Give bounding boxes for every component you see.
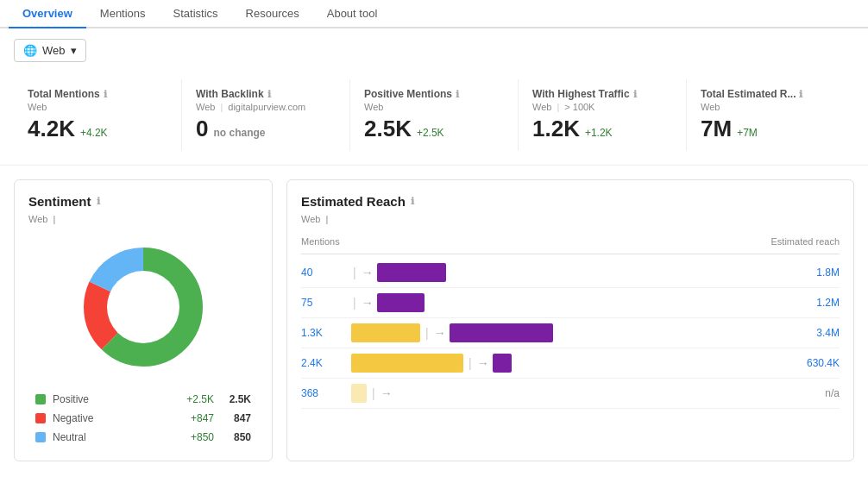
reach-sublabel: Web (301, 214, 320, 224)
bar-divider-3: | (424, 326, 431, 340)
positive-change: +2.5K (175, 393, 214, 405)
stat-estimated-reach: Total Estimated R... ℹ Web 7M +7M (687, 79, 854, 151)
stat-sub1-backlink: Web (196, 102, 215, 112)
negative-dot (35, 413, 46, 423)
reach-bar-area-5: | → (351, 384, 772, 403)
bar-divider-5: | (370, 386, 377, 400)
neutral-change: +850 (175, 431, 214, 443)
sentiment-legend: Positive +2.5K 2.5K Negative +847 847 Ne… (28, 390, 258, 447)
estimated-reach-card: Estimated Reach ℹ Web | Mentions Estimat… (286, 179, 854, 461)
info-icon-traffic[interactable]: ℹ (633, 89, 637, 100)
info-icon-backlink[interactable]: ℹ (267, 89, 271, 100)
info-icon-sentiment[interactable]: ℹ (97, 196, 100, 207)
col-mentions-header: Mentions (301, 236, 340, 247)
stat-value-total-mentions: 4.2K (28, 116, 75, 142)
arrow-1: → (362, 266, 374, 279)
charts-row: Sentiment ℹ Web | Positive +2.5 (0, 166, 868, 475)
arrow-3: → (434, 326, 446, 340)
reach-value-1: 1.8M (779, 266, 840, 279)
stat-sub2-traffic: > 100K (564, 102, 594, 112)
bar-divider-4: | (467, 356, 474, 370)
arrow-5: → (381, 386, 393, 400)
arrow-4: → (477, 356, 489, 370)
info-icon-est-reach[interactable]: ℹ (799, 89, 802, 100)
positive-value: 2.5K (221, 393, 251, 405)
stat-sub-est-reach: Web (701, 102, 720, 112)
tab-about[interactable]: About tool (313, 0, 392, 28)
legend-item-neutral: Neutral +850 850 (28, 428, 258, 447)
stat-value-positive: 2.5K (364, 116, 412, 142)
filter-label: Web (42, 44, 66, 57)
stat-sub1-traffic: Web (532, 102, 551, 112)
reach-row-1: 40 | → 1.8M (301, 258, 840, 288)
reach-row-4: 2.4K | → 630.4K (301, 348, 840, 379)
legend-item-negative: Negative +847 847 (28, 409, 258, 428)
stat-label-traffic: With Highest Traffic (532, 88, 630, 100)
globe-icon: 🌐 (23, 44, 37, 57)
tab-statistics[interactable]: Statistics (160, 0, 232, 28)
web-filter-button[interactable]: 🌐 Web ▾ (14, 39, 86, 62)
stat-positive-mentions: Positive Mentions ℹ Web 2.5K +2.5K (350, 79, 519, 151)
info-icon-positive[interactable]: ℹ (456, 89, 459, 100)
positive-label: Positive (53, 393, 168, 405)
tabs-container: Overview Mentions Statistics Resources A… (0, 0, 868, 28)
stat-change-est-reach: +7M (737, 127, 758, 139)
bar-divider-1: | (351, 266, 358, 279)
stat-change-positive: +2.5K (417, 127, 444, 139)
positive-dot (35, 394, 46, 404)
bar-purple-3 (450, 323, 553, 342)
reach-purple-area-4 (493, 354, 631, 373)
reach-bar-area-1: | → (351, 263, 772, 282)
stat-highest-traffic: With Highest Traffic ℹ Web | > 100K 1.2K… (519, 79, 687, 151)
tab-resources[interactable]: Resources (232, 0, 313, 28)
negative-label: Negative (53, 412, 168, 424)
reach-row-2: 75 | → 1.2M (301, 288, 840, 318)
legend-item-positive: Positive +2.5K 2.5K (28, 390, 258, 409)
col-reach-header: Estimated reach (771, 236, 840, 247)
reach-row-3: 1.3K | → 3.4M (301, 318, 840, 348)
stat-value-traffic: 1.2K (532, 116, 580, 142)
info-icon-total-mentions[interactable]: ℹ (104, 89, 107, 100)
bar-divider-2: | (351, 296, 358, 310)
donut-chart-container (28, 238, 258, 376)
stat-label-positive: Positive Mentions (364, 88, 452, 100)
reach-bar-area-4: | → (351, 354, 772, 373)
bar-yellow-4 (351, 354, 463, 373)
bar-purple-1 (377, 263, 446, 282)
reach-mentions-2: 75 (301, 297, 344, 309)
stat-total-mentions: Total Mentions ℹ Web 4.2K +4.2K (14, 79, 182, 151)
reach-purple-area-1 (377, 263, 515, 282)
stat-label-est-reach: Total Estimated R... (701, 88, 796, 100)
neutral-label: Neutral (53, 431, 168, 443)
chevron-down-icon: ▾ (71, 44, 77, 57)
reach-bar-area-3: | → (351, 323, 772, 342)
reach-purple-area-2 (377, 293, 515, 312)
tab-overview[interactable]: Overview (9, 0, 86, 28)
filter-bar: 🌐 Web ▾ (0, 28, 868, 72)
stats-row: Total Mentions ℹ Web 4.2K +4.2K With Bac… (0, 72, 868, 166)
stat-sub-total-mentions: Web (28, 102, 47, 112)
sentiment-sublabel: Web (28, 214, 47, 224)
reach-value-5: n/a (779, 387, 840, 399)
reach-value-3: 3.4M (779, 327, 840, 339)
reach-mentions-3: 1.3K (301, 327, 344, 339)
neutral-value: 850 (221, 431, 251, 443)
stat-change-backlink: no change (213, 127, 265, 139)
info-icon-reach[interactable]: ℹ (411, 196, 414, 207)
stat-change-traffic: +1.2K (585, 127, 613, 139)
reach-purple-area-3 (450, 323, 588, 342)
tab-mentions[interactable]: Mentions (86, 0, 160, 28)
reach-mentions-4: 2.4K (301, 357, 344, 369)
stat-value-est-reach: 7M (701, 116, 732, 142)
reach-value-2: 1.2M (779, 297, 840, 309)
stat-with-backlink: With Backlink ℹ Web | digitalpurview.com… (182, 79, 350, 151)
stat-value-backlink: 0 (196, 116, 208, 142)
stat-label-total-mentions: Total Mentions (28, 88, 100, 100)
bar-yellow-3 (351, 323, 420, 342)
reach-row-5: 368 | → n/a (301, 379, 840, 409)
sentiment-card: Sentiment ℹ Web | Positive +2.5 (14, 179, 273, 461)
donut-chart (74, 238, 212, 376)
sentiment-title: Sentiment (28, 194, 91, 209)
stat-change-total-mentions: +4.2K (80, 127, 108, 139)
reach-title: Estimated Reach (301, 194, 406, 209)
